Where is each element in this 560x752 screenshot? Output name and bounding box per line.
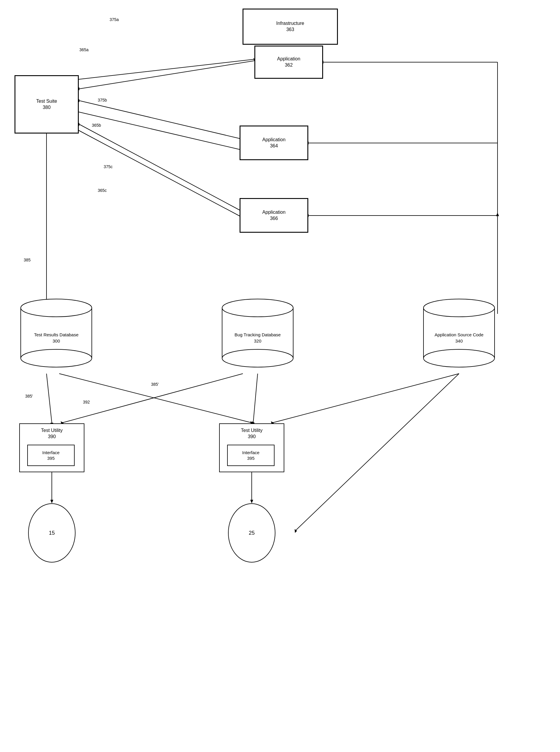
svg-line-30 [59, 374, 252, 423]
svg-line-14 [79, 101, 240, 139]
svg-point-47 [21, 349, 92, 367]
label-392: 392 [83, 400, 90, 404]
label-385: 385 [24, 258, 31, 262]
diagram-container: Infrastructure 363 Application362 Test S… [0, 0, 560, 752]
label-375b: 375b [98, 98, 107, 102]
svg-marker-40 [51, 500, 53, 503]
test-utility2-label: Test Utility390 [220, 428, 284, 440]
svg-line-34 [62, 374, 243, 423]
application362-label: Application362 [277, 56, 300, 68]
label-385prime2: 385' [151, 382, 159, 387]
ellipse25-label: 25 [249, 530, 255, 536]
label-375c: 375c [104, 164, 113, 169]
interface2-box: Interface395 [227, 445, 275, 466]
label-365a: 365a [79, 47, 88, 52]
infrastructure-box: Infrastructure 363 [243, 9, 338, 44]
interface1-label: Interface395 [42, 450, 60, 461]
test-suite-box: Test Suite380 [15, 76, 79, 133]
test-results-db-label: Test Results Database300 [18, 331, 95, 344]
svg-marker-44 [295, 529, 297, 533]
test-suite-label: Test Suite380 [36, 98, 57, 111]
svg-point-52 [423, 299, 495, 317]
application364-box: Application364 [240, 126, 308, 160]
ellipse-25: 25 [228, 503, 275, 563]
application362-box: Application362 [255, 46, 323, 79]
label-365c: 365c [98, 188, 107, 193]
app-source-code-label: Application Source Code340 [421, 331, 498, 344]
infrastructure-label: Infrastructure 363 [276, 20, 304, 33]
svg-line-18 [79, 61, 255, 89]
bug-tracking-db-label: Bug Tracking Database320 [219, 331, 296, 344]
application364-label: Application364 [262, 137, 285, 149]
app-source-code-db: Application Source Code340 [421, 296, 498, 373]
svg-line-20 [79, 59, 255, 79]
svg-marker-13 [496, 212, 499, 216]
label-375a: 375a [109, 17, 119, 22]
svg-line-16 [79, 112, 240, 149]
svg-line-24 [79, 130, 240, 216]
ellipse-15: 15 [28, 503, 76, 563]
application366-label: Application366 [262, 209, 285, 222]
svg-line-32 [253, 374, 258, 423]
svg-line-36 [273, 374, 459, 423]
label-385prime1: 385' [25, 394, 33, 399]
test-utility1-box: Test Utility390 Interface395 [19, 423, 84, 472]
interface1-box: Interface395 [27, 445, 75, 466]
label-365b: 365b [92, 123, 101, 128]
svg-line-43 [296, 374, 459, 530]
arrows-svg [0, 0, 560, 752]
bug-tracking-db: Bug Tracking Database320 [219, 296, 296, 373]
svg-point-53 [423, 349, 495, 367]
svg-point-50 [222, 349, 293, 367]
test-utility1-label: Test Utility390 [20, 428, 84, 440]
svg-line-28 [46, 374, 52, 423]
test-utility2-box: Test Utility390 Interface395 [219, 423, 284, 472]
svg-point-46 [21, 299, 92, 317]
ellipse15-label: 15 [49, 530, 55, 536]
test-results-db: Test Results Database300 [18, 296, 95, 373]
svg-marker-42 [250, 500, 253, 503]
interface2-label: Interface395 [242, 450, 259, 461]
application366-box: Application366 [240, 198, 308, 232]
svg-point-49 [222, 299, 293, 317]
